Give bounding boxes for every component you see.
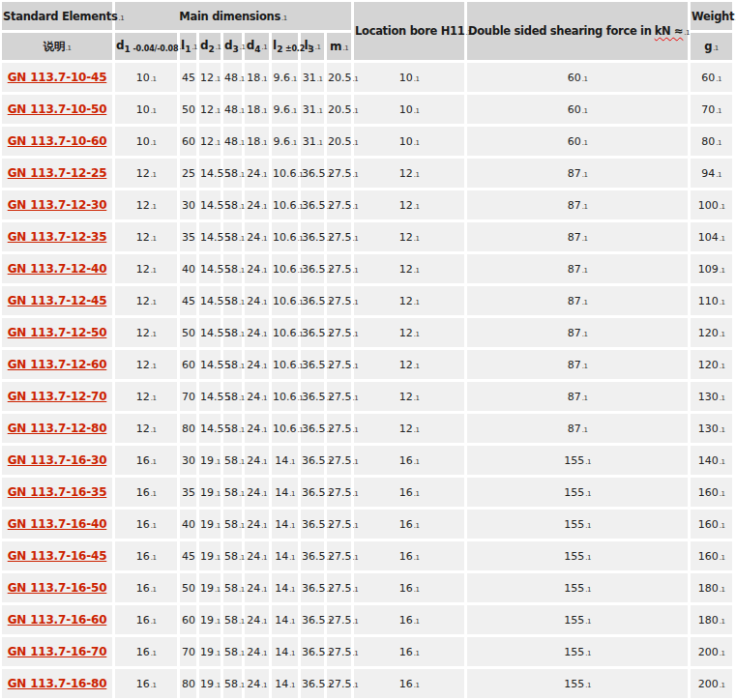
end-of-cell-mark: .1 <box>215 139 221 147</box>
table-row: GN 113.7-12-6012.16014.5.158.124.110.6.1… <box>2 350 732 379</box>
end-of-cell-mark: .1 <box>239 331 245 338</box>
part-link[interactable]: GN 113.7-16-80 <box>8 677 107 690</box>
cell-d4: 24.1 <box>245 318 269 347</box>
part-name-cell: GN 113.7-12-60 <box>2 350 112 379</box>
cell-d1: 16.1 <box>115 510 177 539</box>
cell-weight: 140.1 <box>691 446 732 475</box>
part-link[interactable]: GN 113.7-12-45 <box>8 294 107 307</box>
cell-d2: 19.1 <box>199 573 221 602</box>
cell-m: 27.5.1 <box>327 414 351 443</box>
part-link[interactable]: GN 113.7-16-30 <box>8 453 107 467</box>
cell-m: 27.5.1 <box>327 350 351 379</box>
end-of-cell-mark: .1 <box>414 107 420 115</box>
end-of-cell-mark: .1 <box>582 394 588 402</box>
part-link[interactable]: GN 113.7-16-45 <box>8 549 107 563</box>
cell-m: 27.5.1 <box>327 605 351 634</box>
part-link[interactable]: GN 113.7-12-40 <box>8 262 107 276</box>
cell-d1: 16.1 <box>115 541 177 570</box>
cell-d2: 14.5.1 <box>199 286 221 315</box>
cell-l3: 36.5.1 <box>301 254 324 283</box>
cell-l1: 80 <box>180 669 196 698</box>
dim-subscript: 3 <box>233 44 239 54</box>
part-name-cell: GN 113.7-12-30 <box>2 190 112 219</box>
end-of-cell-mark: .1 <box>262 44 268 51</box>
end-of-cell-mark: .1 <box>353 299 359 306</box>
end-of-cell-mark: .1 <box>261 522 267 530</box>
cell-force: 87.1 <box>467 382 688 411</box>
part-link[interactable]: GN 113.7-16-40 <box>8 517 107 531</box>
part-link[interactable]: GN 113.7-10-60 <box>8 134 107 148</box>
end-of-cell-mark: .1 <box>720 586 725 594</box>
end-of-cell-mark: .1 <box>151 171 157 179</box>
end-of-cell-mark: .1 <box>684 29 690 37</box>
column-header-l2: l2 ±0.2.1 <box>272 33 298 60</box>
part-link[interactable]: GN 113.7-12-70 <box>8 390 107 403</box>
cell-d3: 58.1 <box>223 478 242 507</box>
column-header-m: m.1 <box>327 33 351 60</box>
end-of-cell-mark: .1 <box>261 682 267 689</box>
cell-bore: 10.1 <box>354 95 464 124</box>
end-of-cell-mark: .1 <box>289 682 295 689</box>
cell-l3: 36.5.1 <box>301 605 324 634</box>
part-name-cell: GN 113.7-12-25 <box>2 159 112 188</box>
cell-l2: 10.6.1 <box>272 254 298 283</box>
part-link[interactable]: GN 113.7-16-60 <box>8 613 107 627</box>
part-link[interactable]: GN 113.7-10-45 <box>8 71 107 84</box>
cell-l1: 25 <box>180 159 196 188</box>
end-of-cell-mark: .1 <box>353 586 359 594</box>
cell-d1: 12.1 <box>115 159 177 188</box>
cell-m: 27.5.1 <box>327 637 351 666</box>
cell-bore: 12.1 <box>354 159 464 188</box>
part-link[interactable]: GN 113.7-16-50 <box>8 581 107 595</box>
cell-m: 20.5.1 <box>327 95 351 124</box>
end-of-cell-mark: .1 <box>216 44 221 51</box>
end-of-cell-mark: .1 <box>151 203 157 211</box>
column-header-l3: l3.1 <box>301 33 324 60</box>
cell-weight: 80.1 <box>691 127 732 156</box>
table-row: GN 113.7-10-5010.15012.148.118.19.6.131.… <box>2 95 732 124</box>
part-link[interactable]: GN 113.7-12-25 <box>8 166 107 180</box>
part-link[interactable]: GN 113.7-12-50 <box>8 326 107 339</box>
part-link[interactable]: GN 113.7-12-80 <box>8 422 107 435</box>
part-link[interactable]: GN 113.7-12-30 <box>8 198 107 212</box>
header-standard-elements: Standard Elements.1 <box>2 2 112 30</box>
cell-d2: 19.1 <box>199 446 221 475</box>
part-link[interactable]: GN 113.7-16-70 <box>8 645 107 658</box>
cell-d4: 24.1 <box>245 478 269 507</box>
cell-force: 60.1 <box>467 63 688 92</box>
cell-d2: 14.5.1 <box>199 222 221 251</box>
header-main-dimensions: Main dimensions.1 <box>115 2 351 30</box>
header-row-groups: Standard Elements.1 Main dimensions.1 Lo… <box>2 2 732 30</box>
cell-d1: 12.1 <box>115 222 177 251</box>
part-link[interactable]: GN 113.7-16-35 <box>8 485 107 499</box>
column-header-d3: d3.1 <box>223 33 242 60</box>
cell-d4: 18.1 <box>245 127 269 156</box>
part-link[interactable]: GN 113.7-10-50 <box>8 102 107 116</box>
cell-l1: 45 <box>180 63 196 92</box>
cell-l3: 36.5.1 <box>301 318 324 347</box>
end-of-cell-mark: .1 <box>720 650 725 657</box>
table-row: GN 113.7-16-6016.16019.158.124.114.136.5… <box>2 605 732 634</box>
end-of-cell-mark: .1 <box>716 171 721 179</box>
end-of-cell-mark: .1 <box>261 458 267 466</box>
cell-force: 87.1 <box>467 350 688 379</box>
end-of-cell-mark: .1 <box>353 490 359 498</box>
part-link[interactable]: GN 113.7-12-35 <box>8 230 107 244</box>
part-name-cell: GN 113.7-16-35 <box>2 478 112 507</box>
cell-weight: 60.1 <box>691 63 732 92</box>
cell-l2: 9.6.1 <box>272 127 298 156</box>
part-link[interactable]: GN 113.7-12-60 <box>8 358 107 371</box>
end-of-cell-mark: .1 <box>151 618 157 626</box>
end-of-cell-mark: .1 <box>716 107 721 115</box>
column-header-d1: d1 -0.04/-0.08.1 <box>115 33 177 60</box>
end-of-cell-mark: .1 <box>215 490 221 498</box>
end-of-cell-mark: .1 <box>289 490 295 498</box>
cell-weight: 94.1 <box>691 159 732 188</box>
end-of-cell-mark: .1 <box>582 139 588 147</box>
end-of-cell-mark: .1 <box>414 363 420 370</box>
cell-l1: 60 <box>180 350 196 379</box>
header-description-cn: 说明.1 <box>2 33 112 60</box>
cell-d1: 16.1 <box>115 637 177 666</box>
end-of-cell-mark: .1 <box>353 267 359 275</box>
cell-m: 27.5.1 <box>327 478 351 507</box>
